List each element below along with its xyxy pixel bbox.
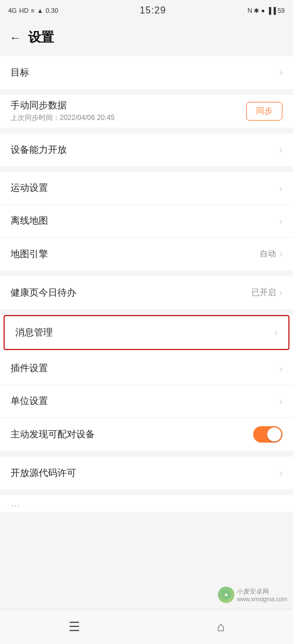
back-button[interactable]: ← bbox=[9, 31, 21, 44]
chevron-icon: › bbox=[280, 216, 282, 227]
sync-sublabel: 上次同步时间：2022/04/06 20:45 bbox=[11, 113, 114, 123]
sync-button[interactable]: 同步 bbox=[246, 102, 282, 121]
partial-item: … bbox=[0, 495, 293, 512]
page-title: 设置 bbox=[28, 29, 54, 46]
plugin-settings-item[interactable]: 插件设置 › bbox=[0, 352, 293, 385]
bottom-nav: ☰ ⌂ bbox=[0, 609, 293, 644]
unit-settings-label: 单位设置 bbox=[11, 395, 48, 407]
nav-home[interactable]: ⌂ bbox=[217, 619, 224, 635]
watermark-logo bbox=[218, 587, 234, 603]
sound-icon: ● bbox=[261, 7, 265, 14]
health-todo-label: 健康页今日待办 bbox=[11, 287, 76, 299]
bluetooth-icon: N bbox=[247, 7, 252, 14]
health-todo-value: 已开启 bbox=[251, 287, 276, 298]
star-icon: ✱ bbox=[254, 7, 259, 15]
map-engine-item[interactable]: 地图引擎 自动 › bbox=[0, 238, 293, 270]
chevron-icon: › bbox=[280, 249, 282, 259]
chevron-icon: › bbox=[280, 468, 282, 478]
device-capability-item[interactable]: 设备能力开放 › bbox=[0, 133, 293, 166]
discover-devices-toggle[interactable] bbox=[253, 426, 282, 443]
status-time: 15:29 bbox=[139, 5, 166, 16]
signal-icons: 4G bbox=[8, 7, 17, 14]
section-health: 健康页今日待办 已开启 › bbox=[0, 276, 293, 309]
section-device: 设备能力开放 › bbox=[0, 133, 293, 166]
status-bar: 4G HD ≡ ▲ 0.30 15:29 N ✱ ● ▐▐ 59 bbox=[0, 0, 293, 21]
chevron-icon: › bbox=[280, 183, 282, 194]
offline-map-item[interactable]: 离线地图 › bbox=[0, 205, 293, 238]
nav-menu[interactable]: ☰ bbox=[69, 619, 80, 635]
plugin-settings-label: 插件设置 bbox=[11, 362, 48, 375]
discover-devices-label: 主动发现可配对设备 bbox=[11, 429, 95, 441]
page-header: ← 设置 bbox=[0, 21, 293, 54]
sports-settings-label: 运动设置 bbox=[11, 182, 48, 194]
menu-icon: ☰ bbox=[69, 619, 80, 635]
map-engine-label: 地图引擎 bbox=[11, 248, 48, 261]
svg-point-1 bbox=[225, 594, 227, 596]
battery-icon: ▐▐ 59 bbox=[267, 7, 285, 14]
partial-label: … bbox=[11, 498, 20, 509]
toggle-knob bbox=[267, 427, 281, 441]
manual-sync-item: 手动同步数据 上次同步时间：2022/04/06 20:45 同步 bbox=[0, 95, 293, 128]
watermark-text: 小麦安卓网 www.xmsigma.com bbox=[237, 587, 287, 602]
status-right: N ✱ ● ▐▐ 59 bbox=[247, 7, 285, 15]
settings-content: 目标 › 手动同步数据 上次同步时间：2022/04/06 20:45 同步 设… bbox=[0, 54, 293, 559]
bottom-spacer bbox=[0, 518, 293, 559]
device-capability-label: 设备能力开放 bbox=[11, 144, 67, 156]
chevron-icon: › bbox=[280, 396, 282, 407]
section-sports-map: 运动设置 › 离线地图 › 地图引擎 自动 › bbox=[0, 172, 293, 270]
chevron-icon: › bbox=[280, 145, 282, 155]
status-left: 4G HD ≡ ▲ 0.30 bbox=[8, 7, 58, 14]
section-sync: 手动同步数据 上次同步时间：2022/04/06 20:45 同步 bbox=[0, 95, 293, 128]
section-opensource: 开放源代码许可 › bbox=[0, 457, 293, 489]
chevron-icon: › bbox=[275, 327, 278, 338]
targets-item[interactable]: 目标 › bbox=[0, 56, 293, 89]
message-manage-item[interactable]: 消息管理 › bbox=[5, 316, 288, 349]
sports-settings-item[interactable]: 运动设置 › bbox=[0, 172, 293, 205]
discover-devices-item[interactable]: 主动发现可配对设备 bbox=[0, 418, 293, 451]
health-todo-item[interactable]: 健康页今日待办 已开启 › bbox=[0, 276, 293, 309]
message-manage-label: 消息管理 bbox=[15, 327, 53, 339]
unit-settings-item[interactable]: 单位设置 › bbox=[0, 385, 293, 418]
targets-label: 目标 bbox=[11, 67, 29, 79]
section-targets: 目标 › bbox=[0, 56, 293, 89]
open-source-label: 开放源代码许可 bbox=[11, 467, 76, 479]
map-engine-value: 自动 bbox=[260, 249, 276, 259]
watermark: 小麦安卓网 www.xmsigma.com bbox=[218, 587, 287, 603]
chevron-icon: › bbox=[280, 287, 282, 298]
chevron-icon: › bbox=[280, 67, 282, 78]
offline-map-label: 离线地图 bbox=[11, 215, 48, 227]
home-icon: ⌂ bbox=[217, 619, 224, 635]
open-source-item[interactable]: 开放源代码许可 › bbox=[0, 457, 293, 489]
chevron-icon: › bbox=[280, 364, 282, 374]
section-message-plugins: 消息管理 › 插件设置 › 单位设置 › 主动 bbox=[0, 315, 293, 451]
sync-label: 手动同步数据 bbox=[11, 100, 114, 112]
